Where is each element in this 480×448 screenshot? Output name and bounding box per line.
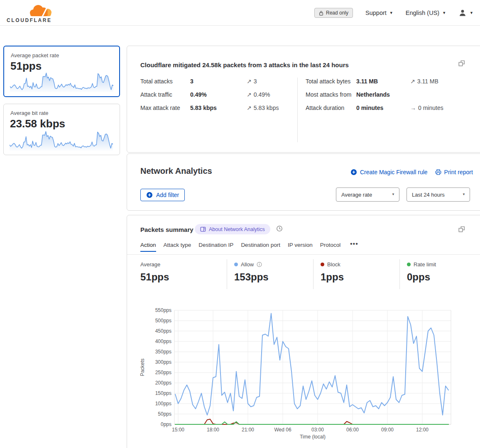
packet-stat-value: 153pps [234,271,313,283]
metric-card-value: 23.58 kbps [10,117,65,130]
add-filter-button[interactable]: Add filter [140,189,185,201]
metric-card-bit-rate[interactable]: Average bit rate 23.58 kbps [3,104,120,155]
history-clock-icon[interactable] [276,225,283,234]
trend-arrow-icon: ↗ [410,78,415,85]
top-header: CLOUDFLARE Read only Support ▼ English (… [0,0,480,26]
svg-text:250pps: 250pps [155,370,171,375]
sparkline-chart [10,130,113,151]
svg-text:15:00: 15:00 [172,427,184,433]
page-title: Network Analytics [140,166,212,176]
chevron-down-icon: ▼ [389,11,393,15]
metric-card-label: Average bit rate [10,110,49,116]
packets-tabs: ActionAttack typeDestination IPDestinati… [140,242,340,252]
summary-divider [297,78,298,142]
divider [127,254,480,255]
stat-label: Most attacks from [306,91,356,99]
attack-summary-card: Cloudflare mitigated 24.58k packets from… [127,46,480,153]
language-menu[interactable]: English (US) ▼ [406,10,446,16]
stat-value: 5.83 kbps [190,104,247,112]
cloudflare-logo[interactable]: CLOUDFLARE [7,2,52,24]
support-label: Support [365,10,387,16]
packet-stat: Rate limit 0pps [399,259,480,289]
series-color-dot [321,263,324,266]
packet-stat-value: 51pps [140,271,227,283]
language-label: English (US) [406,10,439,16]
svg-text:Time (local): Time (local) [300,434,326,440]
stat-value: Netherlands [356,91,410,99]
header-menu-group: Read only Support ▼ English (US) ▼ ▼ [314,0,473,26]
packet-stat: Allow 153pps [227,259,313,289]
cloudflare-logo-text: CLOUDFLARE [7,17,52,23]
svg-text:450pps: 450pps [155,328,171,334]
svg-text:21:00: 21:00 [242,427,254,433]
packet-stat-value: 0pps [407,271,480,283]
cloudflare-cloud-icon [28,3,52,17]
svg-text:0pps: 0pps [161,421,171,427]
expand-icon[interactable] [458,59,466,68]
summary-left-stats: Total attacks 3 ↗3 Attack traffic 0.49% … [140,78,295,112]
svg-text:200pps: 200pps [155,380,171,386]
stat-value: 3 [190,78,247,85]
read-only-badge: Read only [314,8,353,18]
svg-text:09:00: 09:00 [381,427,394,433]
svg-text:03:00: 03:00 [311,427,324,433]
metric-card-value: 51pps [10,60,42,73]
svg-text:400pps: 400pps [155,338,171,344]
trend-arrow-icon: → [410,105,416,111]
tab-destination-ip[interactable]: Destination IP [198,242,233,252]
plus-circle-icon [146,192,153,198]
series-block [175,419,448,425]
tab-action[interactable]: Action [140,242,156,252]
stat-label: Attack duration [306,104,356,112]
stat-value: 3.11 MB [356,78,410,85]
svg-text:Packets: Packets [140,358,145,376]
expand-icon[interactable] [458,225,466,234]
book-icon [200,226,206,232]
about-network-analytics-badge[interactable]: About Network Analytics [195,224,270,234]
more-tabs-button[interactable]: ••• [350,240,358,251]
account-menu[interactable]: ▼ [458,9,473,17]
series-rate-limit [175,422,448,425]
chevron-down-icon: ▼ [462,193,465,196]
user-icon [458,9,467,17]
support-menu[interactable]: Support ▼ [365,10,393,16]
tab-ip-version[interactable]: IP version [288,242,313,252]
svg-text:300pps: 300pps [155,359,171,365]
packet-stat: Average 51pps [140,259,227,289]
stat-label: Total attack bytes [306,78,356,85]
svg-text:550pps: 550pps [155,307,171,313]
svg-text:350pps: 350pps [155,349,171,355]
metric-select[interactable]: Average rate ▼ [336,187,399,202]
tab-attack-type[interactable]: Attack type [164,242,191,252]
summary-right-stats: Total attack bytes 3.11 MB ↗3.11 MB Most… [306,78,463,112]
sparkline-chart [10,71,114,93]
time-range-select[interactable]: Last 24 hours ▼ [407,187,470,202]
packet-stat-value: 1pps [321,271,399,283]
packets-chart: 0pps50pps100pps150pps200pps250pps300pps3… [137,307,457,446]
svg-text:18:00: 18:00 [207,427,219,433]
stat-delta: ↗0.49% [247,91,295,99]
info-icon[interactable] [257,262,262,267]
svg-text:150pps: 150pps [155,390,171,396]
chevron-down-icon: ▼ [442,11,446,15]
trend-arrow-icon: ↗ [247,105,252,111]
stat-label: Total attacks [140,78,190,85]
chevron-down-icon: ▼ [392,193,395,196]
print-report-link[interactable]: Print report [435,169,473,175]
cloudflare-dashboard: CLOUDFLARE Read only Support ▼ English (… [0,0,480,448]
printer-icon [435,169,441,175]
metric-card-packet-rate[interactable]: Average packet rate 51pps [3,46,120,97]
stat-label: Attack traffic [140,91,190,99]
stat-value: 0 minutes [356,104,410,112]
tab-protocol[interactable]: Protocol [320,242,341,252]
stat-delta [410,91,463,99]
analytics-actions: Create Magic Firewall rule Print report [350,169,473,175]
read-only-label: Read only [326,10,348,16]
svg-text:06:00: 06:00 [346,427,359,433]
metric-card-label: Average packet rate [11,52,59,58]
packet-stat-label: Rate limit [414,261,436,268]
stat-delta: ↗3.11 MB [410,78,463,85]
tab-destination-port[interactable]: Destination port [241,242,280,252]
packet-stats-row: Average 51pps Allow [140,259,480,289]
create-magic-firewall-rule-link[interactable]: Create Magic Firewall rule [350,169,428,175]
